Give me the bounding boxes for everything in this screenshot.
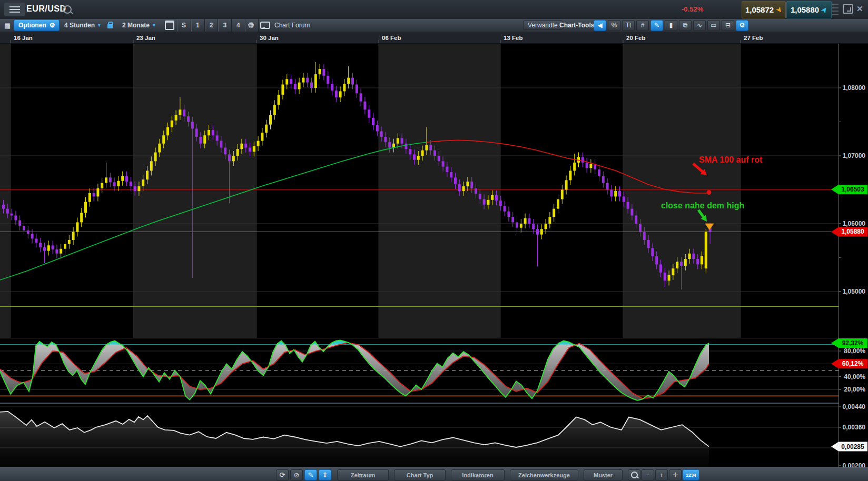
zoom-step-4[interactable]: 4 xyxy=(232,19,245,32)
svg-text:0,00360: 0,00360 xyxy=(843,424,866,431)
price-down-arrow-icon: ➤ xyxy=(775,6,783,14)
trading-app-window: EUR/USD -0.52% 1,05872 ➤ 1,05880 ➤ ✕ ▦ O… xyxy=(0,0,868,481)
print-icon[interactable]: ⊟ xyxy=(722,20,734,31)
svg-text:1,05880: 1,05880 xyxy=(841,228,864,235)
zoom-out-icon[interactable]: − xyxy=(642,469,654,480)
menu-icon[interactable] xyxy=(4,3,25,16)
indikatoren-button[interactable]: Indikatoren xyxy=(451,469,505,480)
chevron-down-icon: ▼ xyxy=(97,23,102,28)
updown-icon[interactable]: ⇕ xyxy=(319,469,331,480)
price-up-arrow-icon: ➤ xyxy=(821,6,828,14)
zoom-step-3[interactable]: 3 xyxy=(218,19,232,32)
chart-toolbar: ▦ Optionen ⚙ 4 Stunden ▼ 2 Monate ▼ S123… xyxy=(0,19,868,32)
bottom-toolbar: ⟳⊘✎⇕ Zeitraum Chart Typ Indikatoren Zeic… xyxy=(0,467,868,481)
svg-text:1,06000: 1,06000 xyxy=(843,220,866,227)
svg-text:60,12%: 60,12% xyxy=(842,360,864,367)
zoom-in-icon[interactable]: + xyxy=(655,469,668,480)
percent-icon[interactable]: % xyxy=(608,20,620,31)
svg-text:SMA 100 auf rot: SMA 100 auf rot xyxy=(699,155,763,164)
svg-text:27 Feb: 27 Feb xyxy=(744,35,763,41)
change-percent: -0.52% xyxy=(682,5,703,13)
chart-forum-button[interactable]: Chart Forum xyxy=(260,19,310,32)
chat-bubble-icon xyxy=(260,22,270,29)
chart-forum-label: Chart Forum xyxy=(274,22,310,29)
svg-text:30 Jan: 30 Jan xyxy=(260,35,279,41)
svg-text:1,07000: 1,07000 xyxy=(843,152,866,159)
zoom-step-1[interactable]: 1 xyxy=(191,19,205,32)
list-view-icon[interactable]: ▦ xyxy=(4,19,11,32)
grid-tool-icon[interactable]: # xyxy=(636,20,649,31)
zoom-step-s[interactable]: S xyxy=(177,19,191,32)
text-tool-icon[interactable]: Tt xyxy=(622,20,635,31)
ask-price: 1,05880 xyxy=(791,5,819,14)
chart-tools-icon-row: ◀%Tt#✎▮⧉∿▭⊟⚙ xyxy=(594,19,748,32)
chart-settings-icon[interactable]: ⚙ xyxy=(736,20,748,31)
indicator-draw-icon[interactable]: ✎ xyxy=(650,20,663,31)
options-label: Optionen xyxy=(18,22,46,29)
calendar-icon[interactable] xyxy=(165,19,174,32)
title-bar: EUR/USD -0.52% 1,05872 ➤ 1,05880 ➤ ✕ xyxy=(0,0,868,19)
close-button[interactable]: ✕ xyxy=(856,4,863,14)
svg-text:06 Feb: 06 Feb xyxy=(382,35,401,41)
buy-price-button[interactable]: 1,05880 ➤ xyxy=(786,1,832,18)
detach-window-button[interactable] xyxy=(843,4,853,14)
zeitraum-button[interactable]: Zeitraum xyxy=(337,469,389,480)
lock-icon[interactable] xyxy=(107,19,113,32)
svg-text:16 Jan: 16 Jan xyxy=(14,35,33,41)
refresh-icon[interactable]: ⟳ xyxy=(276,469,289,480)
chevron-down-icon: ▼ xyxy=(152,23,156,28)
zoom-steps: S12345 xyxy=(177,19,259,32)
svg-text:20 Feb: 20 Feb xyxy=(626,35,645,41)
bid-price: 1,05872 xyxy=(745,5,774,14)
values-1234-icon[interactable]: 1234 xyxy=(683,469,699,480)
svg-text:0,00200: 0,00200 xyxy=(843,462,866,467)
magnifier-icon[interactable] xyxy=(628,469,640,480)
svg-text:1,08000: 1,08000 xyxy=(843,84,866,92)
options-button[interactable]: Optionen ⚙ xyxy=(14,19,60,32)
layers-icon[interactable]: ⧉ xyxy=(679,20,692,31)
chart-tools-label: Chart-Tools xyxy=(559,19,594,32)
instrument-title: EUR/USD xyxy=(26,4,66,14)
disable-icon[interactable]: ⊘ xyxy=(290,469,303,480)
timeframe-dropdown[interactable]: 4 Stunden ▼ xyxy=(64,19,102,32)
resize-grip-icon[interactable] xyxy=(832,4,839,15)
crosshair-icon[interactable]: ✛ xyxy=(669,469,682,480)
svg-text:0,00285: 0,00285 xyxy=(841,443,864,450)
zoom-step-2[interactable]: 2 xyxy=(205,19,219,32)
svg-text:close nahe dem high: close nahe dem high xyxy=(661,201,744,210)
svg-text:1,05000: 1,05000 xyxy=(843,288,866,295)
svg-text:20,00%: 20,00% xyxy=(844,386,865,393)
zeichenwerkzeuge-button[interactable]: Zeichenwerkzeuge xyxy=(510,469,578,480)
draw-icon[interactable]: ✎ xyxy=(304,469,317,480)
svg-text:92,32%: 92,32% xyxy=(842,339,864,347)
steps-settings-icon[interactable]: ⚙ xyxy=(248,19,254,32)
svg-text:80,00%: 80,00% xyxy=(844,347,865,355)
svg-text:0,00440: 0,00440 xyxy=(843,403,866,410)
price-chart-canvas[interactable]: 16 Jan23 Jan30 Jan06 Feb13 Feb20 Feb27 F… xyxy=(0,32,868,467)
shape-icon[interactable]: ▭ xyxy=(707,20,720,31)
svg-text:23 Jan: 23 Jan xyxy=(136,35,155,41)
trendlines-icon[interactable]: ∿ xyxy=(693,20,706,31)
chart-typ-button[interactable]: Chart Typ xyxy=(394,469,446,480)
timeframe-value: 4 Stunden xyxy=(64,22,95,29)
muster-button[interactable]: Muster xyxy=(584,469,623,480)
svg-text:13 Feb: 13 Feb xyxy=(504,35,522,41)
search-icon[interactable] xyxy=(63,5,72,14)
period-value: 2 Monate xyxy=(122,22,150,29)
svg-text:40,00%: 40,00% xyxy=(844,373,865,380)
back-arrow-icon[interactable]: ◀ xyxy=(594,20,606,31)
svg-text:1,06503: 1,06503 xyxy=(841,186,864,193)
related-button[interactable]: Verwandte xyxy=(523,19,563,32)
candlestick-icon[interactable]: ▮ xyxy=(665,20,677,31)
period-dropdown[interactable]: 2 Monate ▼ xyxy=(122,19,156,32)
gear-icon: ⚙ xyxy=(50,22,55,29)
sell-price-button[interactable]: 1,05872 ➤ xyxy=(742,1,786,18)
